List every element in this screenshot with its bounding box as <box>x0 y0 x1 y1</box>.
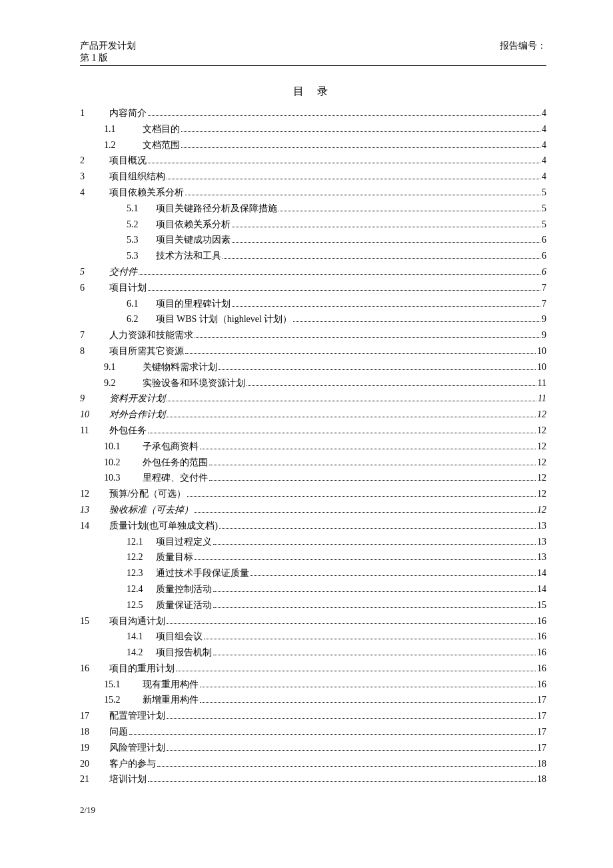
toc-entry[interactable]: 12 预算/分配（可选）12 <box>80 486 546 502</box>
toc-leader-dots <box>167 718 536 719</box>
toc-entry[interactable]: 5.2 项目依赖关系分析5 <box>80 217 546 233</box>
toc-entry[interactable]: 5.3 项目关键成功因素6 <box>80 232 546 248</box>
toc-entry-page: 9 <box>542 311 546 327</box>
toc-entry[interactable]: 5.1 项目关键路径分析及保障措施5 <box>80 201 546 217</box>
toc-entry-page: 5 <box>542 201 546 217</box>
toc-entry[interactable]: 8 项目所需其它资源10 <box>80 343 546 359</box>
toc-entry[interactable]: 10.2 外包任务的范围12 <box>80 455 546 471</box>
toc-entry-text: 新增重用构件 <box>143 695 199 705</box>
toc-entry-label: 4 项目依赖关系分析 <box>80 185 184 201</box>
toc-entry[interactable]: 15.1 现有重用构件16 <box>80 677 546 693</box>
toc-entry-number: 2 <box>80 153 107 169</box>
toc-leader-dots <box>219 369 536 370</box>
toc-entry-text: 项目依赖关系分析 <box>156 219 231 229</box>
toc-entry-number: 5 <box>80 264 107 280</box>
toc-entry[interactable]: 1 内容简介4 <box>80 105 546 121</box>
toc-entry[interactable]: 9 资料开发计划11 <box>80 391 546 407</box>
toc-entry[interactable]: 19 风险管理计划17 <box>80 740 546 756</box>
toc-entry-text: 交付件 <box>109 267 137 277</box>
toc-entry[interactable]: 6.2 项目 WBS 计划（highlevel 计划）9 <box>80 311 546 327</box>
toc-leader-dots <box>181 147 541 148</box>
toc-entry[interactable]: 1.2 文档范围4 <box>80 137 546 153</box>
toc-entry[interactable]: 10.1 子承包商资料12 <box>80 439 546 455</box>
toc-entry-label: 13 验收标准（可去掉） <box>80 502 193 518</box>
toc-entry-page: 12 <box>537 486 546 502</box>
toc-entry[interactable]: 2 项目概况4 <box>80 153 546 169</box>
toc-entry[interactable]: 18 问题17 <box>80 724 546 740</box>
toc-entry-text: 外包任务 <box>109 425 147 435</box>
toc-entry-page: 14 <box>537 565 546 581</box>
toc-leader-dots <box>219 528 536 529</box>
toc-entry-page: 18 <box>537 771 546 787</box>
toc-entry-page: 16 <box>537 613 546 629</box>
toc-entry-text: 实验设备和环境资源计划 <box>143 378 245 388</box>
toc-leader-dots <box>185 195 541 195</box>
toc-entry[interactable]: 12.4 质量控制活动14 <box>80 581 546 597</box>
toc-entry-number: 6 <box>80 280 107 296</box>
toc-entry[interactable]: 16 项目的重用计划16 <box>80 661 546 677</box>
toc-entry[interactable]: 15 项目沟通计划16 <box>80 613 546 629</box>
toc-leader-dots <box>185 353 536 354</box>
toc-entry[interactable]: 10 对外合作计划12 <box>80 407 546 423</box>
toc-entry-number: 15.1 <box>104 677 140 693</box>
toc-entry-label: 14.1 项目组会议 <box>127 629 203 645</box>
toc-leader-dots <box>187 496 536 497</box>
toc-entry[interactable]: 12.1 项目过程定义13 <box>80 534 546 550</box>
toc-entry[interactable]: 4 项目依赖关系分析5 <box>80 185 546 201</box>
toc-leader-dots <box>148 115 541 116</box>
toc-leader-dots <box>209 465 536 465</box>
toc-entry[interactable]: 1.1 文档目的4 <box>80 121 546 137</box>
toc-entry[interactable]: 14.2 项目报告机制16 <box>80 645 546 661</box>
toc-entry-number: 12.1 <box>127 534 153 550</box>
toc-entry[interactable]: 12.2 质量目标13 <box>80 549 546 565</box>
toc-leader-dots <box>129 734 536 735</box>
toc-entry-label: 11 外包任务 <box>80 423 147 439</box>
toc-entry-label: 5.3 项目关键成功因素 <box>127 232 231 248</box>
toc-entry-text: 培训计划 <box>109 774 147 784</box>
toc-leader-dots <box>232 242 541 243</box>
toc-entry-label: 9.1 关键物料需求计划 <box>104 359 217 375</box>
toc-entry-number: 8 <box>80 343 107 359</box>
toc-entry-label: 5.3 技术方法和工具 <box>127 248 221 264</box>
toc-entry[interactable]: 9.2 实验设备和环境资源计划11 <box>80 375 546 391</box>
toc-entry-label: 15.2 新增重用构件 <box>104 692 199 708</box>
toc-entry-page: 18 <box>537 756 546 772</box>
toc-entry-text: 内容简介 <box>109 108 147 118</box>
toc-leader-dots <box>176 671 536 671</box>
toc-entry[interactable]: 14 质量计划(也可单独成文档)13 <box>80 518 546 534</box>
toc-entry-page: 6 <box>542 232 546 248</box>
toc-entry[interactable]: 14.1 项目组会议16 <box>80 629 546 645</box>
toc-entry-text: 项目的里程碑计划 <box>156 299 231 309</box>
toc-entry[interactable]: 5.3 技术方法和工具6 <box>80 248 546 264</box>
toc-entry-text: 子承包商资料 <box>143 441 199 451</box>
toc-entry-label: 6.2 项目 WBS 计划（highlevel 计划） <box>127 311 292 327</box>
toc-entry[interactable]: 11 外包任务12 <box>80 423 546 439</box>
toc-entry-label: 3 项目组织结构 <box>80 169 165 185</box>
toc-entry-number: 1 <box>80 105 107 121</box>
toc-entry-page: 17 <box>537 724 546 740</box>
toc-entry-number: 7 <box>80 327 107 343</box>
toc-entry-label: 5.2 项目依赖关系分析 <box>127 217 231 233</box>
toc-entry-page: 4 <box>542 153 546 169</box>
toc-entry[interactable]: 6 项目计划7 <box>80 280 546 296</box>
toc-entry-number: 18 <box>80 724 107 740</box>
toc-entry[interactable]: 3 项目组织结构4 <box>80 169 546 185</box>
toc-entry-text: 质量目标 <box>156 552 193 562</box>
toc-entry-text: 项目关键成功因素 <box>156 235 231 245</box>
toc-entry[interactable]: 10.3 里程碑、交付件12 <box>80 470 546 486</box>
toc-entry[interactable]: 13 验收标准（可去掉）12 <box>80 502 546 518</box>
toc-entry[interactable]: 15.2 新增重用构件17 <box>80 692 546 708</box>
toc-entry-number: 21 <box>80 771 107 787</box>
toc-entry-label: 15 项目沟通计划 <box>80 613 165 629</box>
toc-entry-label: 12.2 质量目标 <box>127 549 193 565</box>
toc-entry[interactable]: 7 人力资源和技能需求9 <box>80 327 546 343</box>
toc-entry[interactable]: 17 配置管理计划17 <box>80 708 546 724</box>
toc-entry[interactable]: 20 客户的参与18 <box>80 756 546 772</box>
toc-entry[interactable]: 21 培训计划18 <box>80 771 546 787</box>
toc-entry[interactable]: 5 交付件6 <box>80 264 546 280</box>
toc-entry[interactable]: 12.3 通过技术手段保证质量14 <box>80 565 546 581</box>
toc-entry[interactable]: 6.1 项目的里程碑计划7 <box>80 296 546 312</box>
toc-entry[interactable]: 12.5 质量保证活动15 <box>80 597 546 613</box>
toc-entry-number: 5.3 <box>127 248 153 264</box>
toc-entry[interactable]: 9.1 关键物料需求计划10 <box>80 359 546 375</box>
